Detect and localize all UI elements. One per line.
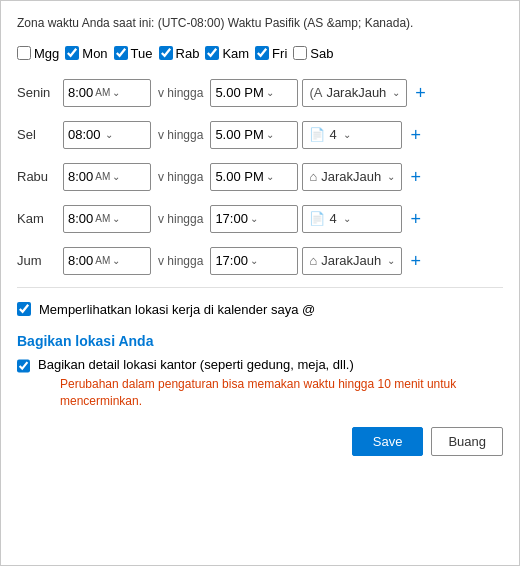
location-group[interactable]: ⌂JarakJauh⌄ (302, 163, 402, 191)
start-time-group[interactable]: 8:00AM⌄ (63, 163, 151, 191)
day-item-fri: Fri (255, 46, 287, 61)
day-label-mgg[interactable]: Mgg (34, 46, 59, 61)
schedule-row-1: Sel08:00⌄v hingga5.00 PM⌄📄4⌄+ (17, 119, 503, 151)
time-separator: v hingga (158, 170, 203, 184)
location-group[interactable]: ⌂JarakJauh⌄ (302, 247, 402, 275)
start-time-group[interactable]: 08:00⌄ (63, 121, 151, 149)
schedule-day-label: Senin (17, 85, 59, 100)
schedule-row-0: Senin8:00AM⌄v hingga5.00 PM⌄(AJarakJauh⌄… (17, 77, 503, 109)
day-item-rab: Rab (159, 46, 200, 61)
discard-button[interactable]: Buang (431, 427, 503, 456)
start-time-chevron[interactable]: ⌄ (110, 87, 122, 98)
add-schedule-button[interactable]: + (406, 126, 425, 144)
show-location-row: Memperlihatkan lokasi kerja di kalender … (17, 302, 503, 317)
end-time-chevron[interactable]: ⌄ (264, 171, 276, 182)
schedule-row-3: Kam8:00AM⌄v hingga17:00⌄📄4⌄+ (17, 203, 503, 235)
day-checkbox-mgg[interactable] (17, 46, 31, 60)
end-time-chevron[interactable]: ⌄ (248, 213, 260, 224)
add-schedule-button[interactable]: + (406, 168, 425, 186)
end-time-group[interactable]: 5.00 PM⌄ (210, 163, 298, 191)
location-icon: (A (309, 85, 322, 100)
start-time-chevron[interactable]: ⌄ (110, 213, 122, 224)
share-detail-row: Bagikan detail lokasi kantor (seperti ge… (17, 357, 503, 410)
time-separator: v hingga (158, 254, 203, 268)
end-time-group[interactable]: 17:00⌄ (210, 205, 298, 233)
end-time-value: 17:00 (215, 211, 248, 226)
add-schedule-button[interactable]: + (406, 252, 425, 270)
footer-row: Save Buang (17, 427, 503, 456)
share-location-section: Bagikan lokasi Anda Bagikan detail lokas… (17, 333, 503, 410)
location-chevron: ⌄ (392, 87, 400, 98)
timezone-info: Zona waktu Anda saat ini: (UTC-08:00) Wa… (17, 15, 503, 32)
day-label-sab[interactable]: Sab (310, 46, 333, 61)
time-separator: v hingga (158, 86, 203, 100)
day-label-fri[interactable]: Fri (272, 46, 287, 61)
share-warning: Perubahan dalam pengaturan bisa memakan … (60, 376, 503, 410)
location-text: JarakJauh (326, 85, 386, 100)
location-text: JarakJauh (321, 253, 381, 268)
start-time-group[interactable]: 8:00AM⌄ (63, 205, 151, 233)
day-label-tue[interactable]: Tue (131, 46, 153, 61)
schedule-day-label: Jum (17, 253, 59, 268)
schedule-list: Senin8:00AM⌄v hingga5.00 PM⌄(AJarakJauh⌄… (17, 77, 503, 277)
time-separator: v hingga (158, 212, 203, 226)
day-checkbox-kam[interactable] (205, 46, 219, 60)
day-label-rab[interactable]: Rab (176, 46, 200, 61)
end-time-chevron[interactable]: ⌄ (248, 255, 260, 266)
location-group[interactable]: (AJarakJauh⌄ (302, 79, 407, 107)
start-time-group[interactable]: 8:00AM⌄ (63, 247, 151, 275)
day-label-kam[interactable]: Kam (222, 46, 249, 61)
location-group[interactable]: 📄4⌄ (302, 121, 402, 149)
location-icon: 📄 (309, 211, 325, 226)
schedule-day-label: Kam (17, 211, 59, 226)
schedule-row-2: Rabu8:00AM⌄v hingga5.00 PM⌄⌂JarakJauh⌄+ (17, 161, 503, 193)
start-time-chevron[interactable]: ⌄ (110, 171, 122, 182)
time-separator: v hingga (158, 128, 203, 142)
location-chevron: ⌄ (387, 171, 395, 182)
days-row: MggMonTueRabKamFriSab (17, 46, 503, 61)
schedule-day-label: Sel (17, 127, 59, 142)
location-icon: ⌂ (309, 253, 317, 268)
day-item-tue: Tue (114, 46, 153, 61)
show-location-checkbox[interactable] (17, 302, 31, 316)
location-chevron: ⌄ (343, 129, 351, 140)
day-item-kam: Kam (205, 46, 249, 61)
show-location-label[interactable]: Memperlihatkan lokasi kerja di kalender … (39, 302, 315, 317)
end-time-value: 5.00 PM (215, 85, 263, 100)
end-time-group[interactable]: 17:00⌄ (210, 247, 298, 275)
end-time-group[interactable]: 5.00 PM⌄ (210, 121, 298, 149)
start-time-value: 8:00AM (68, 169, 110, 184)
share-location-title: Bagikan lokasi Anda (17, 333, 503, 349)
start-time-group[interactable]: 8:00AM⌄ (63, 79, 151, 107)
day-checkbox-tue[interactable] (114, 46, 128, 60)
start-time-chevron[interactable]: ⌄ (103, 129, 115, 140)
location-group[interactable]: 📄4⌄ (302, 205, 402, 233)
day-checkbox-fri[interactable] (255, 46, 269, 60)
end-time-group[interactable]: 5.00 PM⌄ (210, 79, 298, 107)
start-time-value: 8:00AM (68, 85, 110, 100)
day-item-mon: Mon (65, 46, 107, 61)
location-icon: 📄 (309, 127, 325, 142)
end-time-value: 17:00 (215, 253, 248, 268)
save-button[interactable]: Save (352, 427, 424, 456)
share-detail-checkbox[interactable] (17, 359, 30, 373)
end-time-value: 5.00 PM (215, 169, 263, 184)
day-label-mon[interactable]: Mon (82, 46, 107, 61)
schedule-day-label: Rabu (17, 169, 59, 184)
location-text: 4 (329, 127, 336, 142)
add-schedule-button[interactable]: + (411, 84, 430, 102)
end-time-chevron[interactable]: ⌄ (264, 129, 276, 140)
location-chevron: ⌄ (387, 255, 395, 266)
end-time-value: 5.00 PM (215, 127, 263, 142)
share-detail-label[interactable]: Bagikan detail lokasi kantor (seperti ge… (38, 357, 354, 372)
day-item-mgg: Mgg (17, 46, 59, 61)
location-icon: ⌂ (309, 169, 317, 184)
day-checkbox-mon[interactable] (65, 46, 79, 60)
location-chevron: ⌄ (343, 213, 351, 224)
add-schedule-button[interactable]: + (406, 210, 425, 228)
day-checkbox-sab[interactable] (293, 46, 307, 60)
start-time-chevron[interactable]: ⌄ (110, 255, 122, 266)
day-item-sab: Sab (293, 46, 333, 61)
end-time-chevron[interactable]: ⌄ (264, 87, 276, 98)
day-checkbox-rab[interactable] (159, 46, 173, 60)
